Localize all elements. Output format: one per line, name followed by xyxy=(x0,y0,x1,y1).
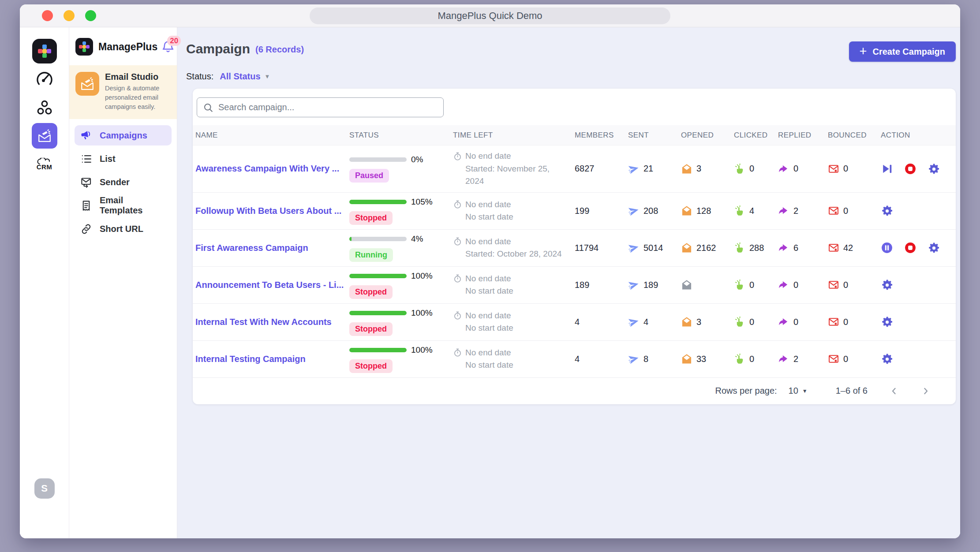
opened-icon xyxy=(681,316,692,328)
stop-button[interactable] xyxy=(904,242,916,254)
sent-count: 189 xyxy=(643,280,658,290)
rows-per-page-label: Rows per page: xyxy=(715,386,777,396)
sent-icon xyxy=(628,279,640,291)
sidebar-item-sender[interactable]: Sender xyxy=(75,172,172,192)
settings-button[interactable] xyxy=(881,353,893,365)
bounced-icon xyxy=(828,163,839,175)
time-left-line: No end date xyxy=(465,272,511,285)
column-header-clicked: CLICKED xyxy=(734,131,778,140)
avatar[interactable]: S xyxy=(34,478,55,499)
campaign-name-link[interactable]: Announcement To Beta Users - Li... xyxy=(195,280,349,290)
replied-count: 0 xyxy=(793,164,798,174)
dropdown-caret-icon: ▼ xyxy=(802,388,808,394)
records-count: (6 Records) xyxy=(255,45,304,56)
workspace-logo[interactable] xyxy=(75,38,93,56)
stop-button[interactable] xyxy=(904,163,916,175)
column-header-members: MEMBERS xyxy=(575,131,628,140)
settings-button[interactable] xyxy=(928,242,940,254)
time-left-cell: No end date No start date xyxy=(453,347,575,372)
workspace-name[interactable]: ManagePlus xyxy=(98,41,157,53)
previous-page-button[interactable] xyxy=(889,386,899,396)
megaphone-icon xyxy=(80,130,92,142)
status-cell: 100% Stopped xyxy=(349,345,453,373)
row-actions xyxy=(881,353,956,365)
bounced-icon xyxy=(828,279,839,291)
clicked-icon xyxy=(734,205,745,216)
page-range: 1–6 of 6 xyxy=(836,386,868,396)
replied-count: 2 xyxy=(793,354,798,364)
settings-button[interactable] xyxy=(928,163,940,175)
bounced-count: 0 xyxy=(843,280,848,290)
row-actions xyxy=(881,163,956,175)
time-left-line: No start date xyxy=(465,211,575,224)
window-minimize-button[interactable] xyxy=(64,10,75,21)
pause-button[interactable] xyxy=(881,242,893,254)
rail-item-contacts[interactable] xyxy=(32,95,57,120)
gear-icon xyxy=(881,279,893,291)
campaign-table-body: Awareness Campaign With Very ... 0% Paus… xyxy=(193,145,956,378)
sent-count: 21 xyxy=(643,164,653,174)
rows-per-page-select[interactable]: 10 ▼ xyxy=(789,386,808,396)
members-count: 189 xyxy=(575,280,628,290)
sidebar-item-list[interactable]: List xyxy=(75,149,172,169)
campaign-name-link[interactable]: First Awareness Campaign xyxy=(195,243,349,253)
crm-label: CRM xyxy=(37,164,52,170)
time-left-line: No end date xyxy=(465,150,511,163)
clicked-icon xyxy=(734,316,745,328)
sent-count: 5014 xyxy=(643,243,663,253)
settings-button[interactable] xyxy=(881,279,893,291)
sidebar-item-label: Email Templates xyxy=(100,195,166,216)
bounced-count: 0 xyxy=(843,317,848,327)
opened-icon xyxy=(681,279,692,291)
bounced-count: 0 xyxy=(843,206,848,216)
sidebar-item-short-url[interactable]: Short URL xyxy=(75,219,172,239)
opened-count: 3 xyxy=(696,164,701,174)
sidebar-item-email-templates[interactable]: Email Templates xyxy=(75,195,172,216)
table-row: Followup With Beta Users About ... 105% … xyxy=(193,193,956,230)
time-left-line: 2024 xyxy=(465,175,575,188)
settings-button[interactable] xyxy=(881,205,893,217)
sent-icon xyxy=(628,205,640,216)
email-megaphone-icon xyxy=(79,76,95,92)
bounced-count: 0 xyxy=(843,164,848,174)
progress-label: 105% xyxy=(411,197,433,207)
bounced-icon xyxy=(828,205,839,216)
gear-icon xyxy=(928,242,940,254)
progress-label: 100% xyxy=(411,345,433,355)
campaign-name-link[interactable]: Awareness Campaign With Very ... xyxy=(195,164,349,174)
column-header-sent: SENT xyxy=(628,131,681,140)
settings-button[interactable] xyxy=(881,316,893,328)
sidebar-item-campaigns[interactable]: Campaigns xyxy=(75,125,172,145)
sidebar-item-label: Short URL xyxy=(100,224,143,234)
campaign-name-link[interactable]: Followup With Beta Users About ... xyxy=(195,206,349,216)
replied-icon xyxy=(778,205,789,216)
sender-envelope-icon xyxy=(80,176,92,188)
table-row: Announcement To Beta Users - Li... 100% … xyxy=(193,267,956,304)
progress-bar xyxy=(349,274,407,278)
notifications-button[interactable]: 20 xyxy=(161,40,175,54)
status-badge: Stopped xyxy=(349,322,393,336)
stopwatch-icon xyxy=(453,348,462,357)
campaign-name-link[interactable]: Internal Test With New Accounts xyxy=(195,317,349,327)
gear-icon xyxy=(881,316,893,328)
status-filter-value[interactable]: All Status xyxy=(220,71,260,82)
create-campaign-button[interactable]: + Create Campaign xyxy=(849,41,956,62)
app-logo[interactable] xyxy=(32,39,57,63)
window-zoom-button[interactable] xyxy=(85,10,96,21)
clicked-count: 0 xyxy=(749,280,754,290)
bounced-count: 0 xyxy=(843,354,848,364)
rail-item-crm[interactable]: CRM xyxy=(32,151,57,177)
window-close-button[interactable] xyxy=(42,10,53,21)
clicked-count: 0 xyxy=(749,354,754,364)
module-card-email-studio[interactable]: Email Studio Design & automate personali… xyxy=(69,65,177,119)
status-filter-label: Status: xyxy=(186,71,213,82)
dropdown-caret-icon[interactable]: ▼ xyxy=(265,73,270,80)
rail-item-dashboard[interactable] xyxy=(32,67,57,92)
next-page-button[interactable] xyxy=(920,386,931,396)
play-button[interactable] xyxy=(881,163,893,175)
search-input[interactable] xyxy=(218,102,438,112)
campaign-name-link[interactable]: Internal Testing Campaign xyxy=(195,354,349,364)
workspace-logo-icon xyxy=(79,41,90,52)
members-count: 4 xyxy=(575,354,628,364)
rail-item-email-studio[interactable] xyxy=(32,123,57,149)
